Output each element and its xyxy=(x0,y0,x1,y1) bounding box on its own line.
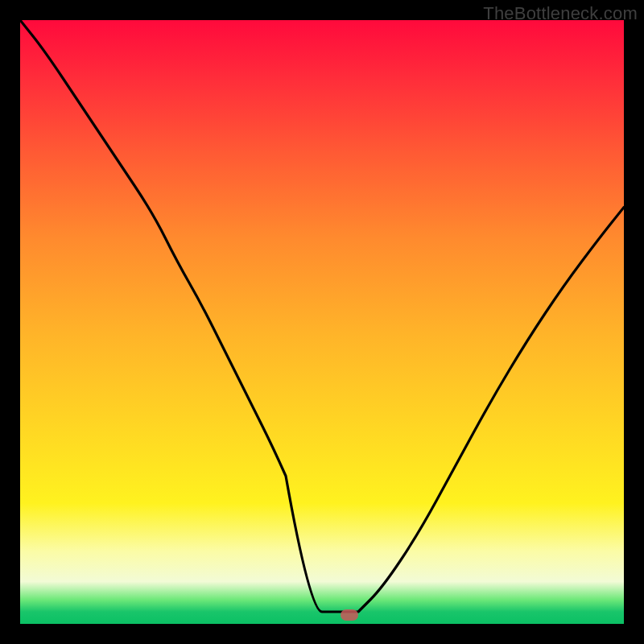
watermark-text: TheBottleneck.com xyxy=(483,3,638,24)
plot-area xyxy=(20,20,624,624)
bottleneck-curve xyxy=(20,20,624,624)
optimal-point-marker xyxy=(341,609,358,621)
chart-frame: TheBottleneck.com xyxy=(0,0,644,644)
